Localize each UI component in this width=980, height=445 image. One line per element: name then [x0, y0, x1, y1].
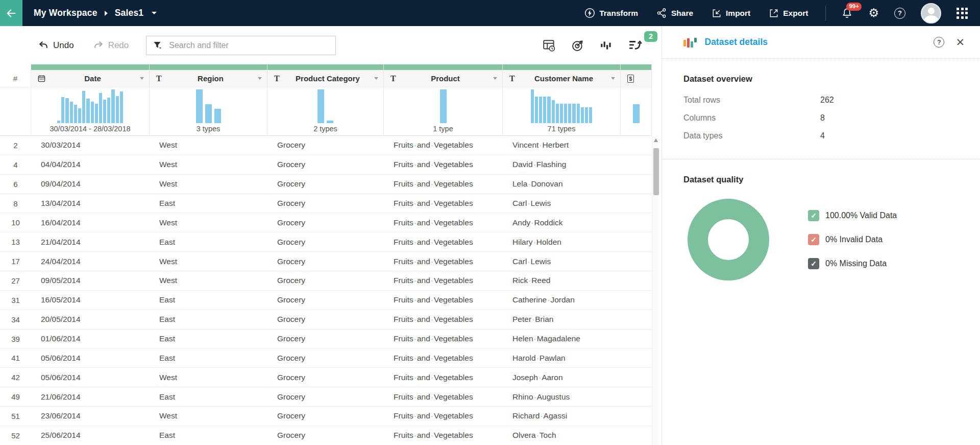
cell-region[interactable]: East	[150, 315, 267, 324]
cell-product[interactable]: Fruits·and·Vegetables	[384, 392, 503, 402]
quality-checkbox[interactable]: ✓	[808, 210, 819, 221]
cell-region[interactable]: West	[150, 257, 267, 266]
import-button[interactable]: Import	[712, 8, 750, 18]
apps-menu-button[interactable]	[957, 8, 968, 19]
cell-product-category[interactable]: Grocery	[267, 199, 384, 208]
cell-customer-name[interactable]: Rhino·Augustus	[503, 392, 621, 402]
cell-product-category[interactable]: Grocery	[267, 392, 384, 402]
user-menu[interactable]	[921, 3, 941, 24]
cell-region[interactable]: East	[150, 238, 267, 247]
cell-customer-name[interactable]: Andy·Roddick	[503, 218, 621, 227]
cell-region[interactable]: West	[150, 411, 267, 420]
cell-region[interactable]: West	[150, 373, 267, 382]
cell-customer-name[interactable]: Rick·Reed	[503, 276, 621, 285]
scrollbar-thumb[interactable]	[653, 148, 659, 195]
cell-product-category[interactable]: Grocery	[267, 276, 384, 285]
panel-help-icon[interactable]: ?	[934, 37, 944, 48]
export-button[interactable]: Export	[769, 8, 808, 18]
table-row[interactable]: 4921/06/2014EastGroceryFruits·and·Vegeta…	[0, 387, 652, 407]
transform-button[interactable]: Transform	[584, 8, 638, 18]
cell-customer-name[interactable]: Peter·Brian	[503, 315, 621, 324]
cell-product-category[interactable]: Grocery	[267, 431, 384, 440]
cell-region[interactable]: West	[150, 160, 267, 169]
table-row[interactable]: 3116/05/2014EastGroceryFruits·and·Vegeta…	[0, 291, 652, 310]
cell-product-category[interactable]: Grocery	[267, 257, 384, 266]
cell-customer-name[interactable]: Vincent·Herbert	[503, 140, 621, 150]
cell-product[interactable]: Fruits·and·Vegetables	[384, 257, 503, 266]
table-row[interactable]: 5225/06/2014EastGroceryFruits·and·Vegeta…	[0, 426, 652, 445]
cell-product[interactable]: Fruits·and·Vegetables	[384, 218, 503, 227]
cell-product-category[interactable]: Grocery	[267, 315, 384, 324]
search-input[interactable]	[146, 36, 336, 55]
column-histogram[interactable]	[267, 87, 383, 125]
table-row[interactable]: 3420/05/2014EastGroceryFruits·and·Vegeta…	[0, 310, 652, 330]
redo-button[interactable]: Redo	[93, 40, 129, 51]
share-button[interactable]: Share	[656, 8, 693, 18]
target-button[interactable]	[571, 38, 585, 53]
table-row[interactable]: 2709/05/2014WestGroceryFruits·and·Vegeta…	[0, 271, 652, 291]
cell-region[interactable]: East	[150, 334, 267, 343]
column-histogram[interactable]	[384, 87, 502, 125]
cell-customer-name[interactable]: Helen·Magadalene	[503, 334, 621, 343]
cell-product[interactable]: Fruits·and·Vegetables	[384, 199, 503, 208]
table-row[interactable]: 1724/04/2014WestGroceryFruits·and·Vegeta…	[0, 252, 652, 271]
cell-customer-name[interactable]: Richard·Agassi	[503, 411, 621, 420]
cell-product[interactable]: Fruits·and·Vegetables	[384, 160, 503, 169]
cell-date[interactable]: 21/04/2014	[31, 238, 150, 247]
cell-date[interactable]: 04/04/2014	[31, 160, 150, 169]
cell-region[interactable]: West	[150, 218, 267, 227]
vertical-scrollbar[interactable]	[652, 136, 659, 445]
cell-region[interactable]: West	[150, 179, 267, 189]
help-button[interactable]: ?	[894, 8, 905, 19]
cell-date[interactable]: 16/05/2014	[31, 295, 150, 305]
cell-product[interactable]: Fruits·and·Vegetables	[384, 411, 503, 420]
undo-button[interactable]: Undo	[38, 40, 74, 51]
notifications-button[interactable]: 99+	[841, 7, 853, 19]
column-menu-caret-icon[interactable]	[258, 77, 262, 80]
breadcrumb-workspace[interactable]: My Workspace	[34, 8, 97, 18]
cell-product[interactable]: Fruits·and·Vegetables	[384, 276, 503, 285]
cell-customer-name[interactable]: Lela·Donovan	[503, 179, 621, 189]
cell-region[interactable]: East	[150, 295, 267, 305]
breadcrumb-dataset[interactable]: Sales1	[115, 8, 144, 18]
cell-product[interactable]: Fruits·and·Vegetables	[384, 295, 503, 305]
cell-region[interactable]: East	[150, 392, 267, 402]
cell-product-category[interactable]: Grocery	[267, 238, 384, 247]
table-row[interactable]: 4105/06/2014EastGroceryFruits·and·Vegeta…	[0, 348, 652, 368]
column-histogram[interactable]	[621, 87, 651, 125]
cell-customer-name[interactable]: David·Flashing	[503, 160, 621, 169]
cell-date[interactable]: 01/06/2014	[31, 334, 150, 343]
cell-product-category[interactable]: Grocery	[267, 140, 384, 150]
cell-region[interactable]: East	[150, 431, 267, 440]
cell-region[interactable]: West	[150, 140, 267, 150]
cell-customer-name[interactable]: Joseph·Aaron	[503, 373, 621, 382]
column-histogram[interactable]	[150, 87, 267, 125]
cell-product[interactable]: Fruits·and·Vegetables	[384, 238, 503, 247]
cell-date[interactable]: 21/06/2014	[31, 392, 150, 402]
quality-checkbox[interactable]: ✓	[808, 258, 819, 269]
table-row[interactable]: 4205/06/2014WestGroceryFruits·and·Vegeta…	[0, 368, 652, 387]
sample-settings-button[interactable]	[542, 38, 556, 53]
column-header[interactable]: Date30/03/2014 - 28/03/2018	[31, 64, 150, 136]
cell-date[interactable]: 23/06/2014	[31, 411, 150, 420]
cell-product-category[interactable]: Grocery	[267, 179, 384, 189]
cell-product-category[interactable]: Grocery	[267, 218, 384, 227]
cell-product[interactable]: Fruits·and·Vegetables	[384, 373, 503, 382]
cell-region[interactable]: West	[150, 276, 267, 285]
table-row[interactable]: 230/03/2014WestGroceryFruits·and·Vegetab…	[0, 136, 652, 155]
cell-product-category[interactable]: Grocery	[267, 411, 384, 420]
column-menu-caret-icon[interactable]	[374, 77, 378, 80]
column-menu-caret-icon[interactable]	[140, 77, 144, 80]
cell-date[interactable]: 20/05/2014	[31, 315, 150, 324]
cell-region[interactable]: East	[150, 199, 267, 208]
cell-product[interactable]: Fruits·and·Vegetables	[384, 431, 503, 440]
cell-customer-name[interactable]: Harold·Pawlan	[503, 354, 621, 363]
cell-customer-name[interactable]: Carl·Lewis	[503, 257, 621, 266]
table-row[interactable]: 404/04/2014WestGroceryFruits·and·Vegetab…	[0, 155, 652, 175]
scroll-up-arrow-icon[interactable]	[654, 138, 658, 142]
column-menu-caret-icon[interactable]	[493, 77, 497, 80]
applied-steps-button[interactable]: 2	[628, 38, 643, 53]
table-row[interactable]: 813/04/2014EastGroceryFruits·and·Vegetab…	[0, 194, 652, 214]
cell-product-category[interactable]: Grocery	[267, 334, 384, 343]
column-stats-button[interactable]	[599, 38, 614, 53]
